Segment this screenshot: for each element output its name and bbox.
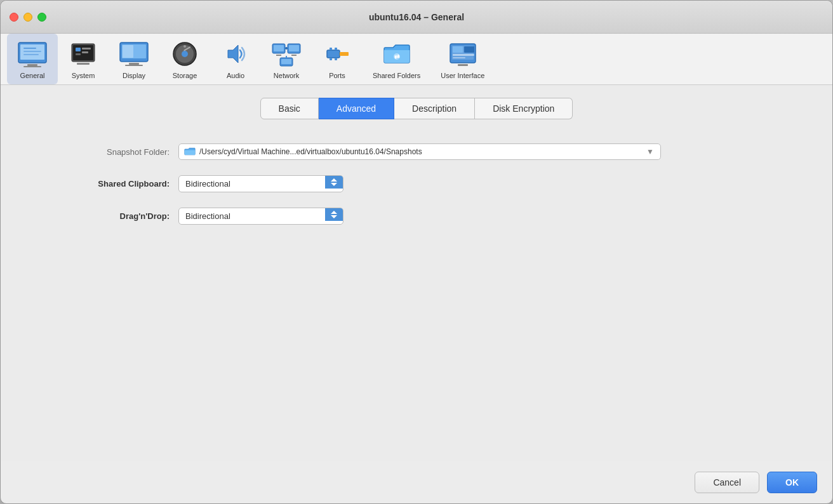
toolbar-label-general: General <box>20 72 44 79</box>
svg-rect-49 <box>453 57 465 58</box>
toolbar: General System <box>1 34 832 85</box>
arrow-up-icon <box>331 178 337 182</box>
toolbar-label-user-interface: User Interface <box>441 72 484 79</box>
ports-icon <box>322 39 352 69</box>
tab-advanced[interactable]: Advanced <box>319 98 394 119</box>
storage-icon <box>170 39 200 69</box>
shared-folders-icon: ⇄ <box>382 39 412 69</box>
snapshot-folder-row: Snapshot Folder: /Users/cyd/Virtual Mach… <box>39 143 794 160</box>
toolbar-label-system: System <box>72 72 95 79</box>
svg-rect-50 <box>464 46 474 53</box>
svg-rect-38 <box>340 52 349 56</box>
svg-rect-31 <box>291 55 297 56</box>
svg-rect-18 <box>125 65 143 66</box>
svg-rect-47 <box>453 46 463 53</box>
shared-clipboard-label: Shared Clipboard: <box>39 179 178 189</box>
main-window: ubuntu16.04 – General General <box>0 0 833 504</box>
svg-rect-13 <box>76 53 81 55</box>
ok-button[interactable]: OK <box>767 472 817 493</box>
arrow-down-icon-2 <box>331 215 337 218</box>
svg-rect-11 <box>82 48 91 50</box>
user-interface-icon <box>448 39 478 69</box>
svg-point-22 <box>182 51 188 57</box>
toolbar-item-system[interactable]: System <box>58 34 109 84</box>
arrow-down-icon <box>331 183 337 186</box>
toolbar-item-network[interactable]: Network <box>261 34 312 84</box>
svg-rect-14 <box>77 63 90 65</box>
network-icon <box>271 39 302 69</box>
toolbar-item-storage[interactable]: Storage <box>159 34 210 84</box>
svg-rect-12 <box>82 51 88 53</box>
snapshot-folder-value: /Users/cyd/Virtual Machine...ed/virtualb… <box>199 147 641 156</box>
svg-point-33 <box>285 47 288 50</box>
svg-point-23 <box>183 45 186 48</box>
svg-rect-51 <box>458 64 468 66</box>
toolbar-item-general[interactable]: General <box>7 34 58 84</box>
folder-chevron-icon[interactable]: ▼ <box>645 147 655 157</box>
svg-rect-37 <box>327 50 340 58</box>
svg-rect-39 <box>330 48 332 50</box>
tab-disk-encryption[interactable]: Disk Encryption <box>475 98 573 119</box>
svg-rect-27 <box>274 45 284 51</box>
content-area: Basic Advanced Description Disk Encrypti… <box>1 85 832 461</box>
toolbar-item-user-interface[interactable]: User Interface <box>430 34 495 84</box>
svg-rect-7 <box>23 54 39 55</box>
svg-rect-3 <box>27 64 37 66</box>
toolbar-item-ports[interactable]: Ports <box>312 34 363 84</box>
svg-marker-25 <box>228 45 238 63</box>
footer: Cancel OK <box>1 461 832 503</box>
tab-description[interactable]: Description <box>394 98 475 119</box>
svg-rect-41 <box>330 58 332 60</box>
svg-rect-28 <box>276 55 281 56</box>
svg-rect-30 <box>289 45 299 51</box>
maximize-button[interactable] <box>37 13 46 22</box>
svg-rect-4 <box>23 66 41 67</box>
minimize-button[interactable] <box>23 13 32 22</box>
svg-rect-17 <box>129 63 139 65</box>
toolbar-item-shared-folders[interactable]: ⇄ Shared Folders <box>363 34 430 84</box>
display-icon <box>119 39 149 69</box>
close-button[interactable] <box>10 13 18 22</box>
svg-rect-35 <box>281 59 291 64</box>
toolbar-label-audio: Audio <box>227 72 244 79</box>
dragndrop-arrows[interactable] <box>325 208 343 221</box>
tab-bar: Basic Advanced Description Disk Encrypti… <box>13 98 820 119</box>
svg-rect-5 <box>23 48 36 49</box>
shared-clipboard-select[interactable]: Bidirectional <box>178 175 343 192</box>
window-title: ubuntu16.04 – General <box>369 12 464 22</box>
svg-rect-42 <box>335 58 337 60</box>
arrow-up-icon-2 <box>331 211 337 214</box>
toolbar-item-audio[interactable]: Audio <box>210 34 261 84</box>
snapshot-folder-input[interactable]: /Users/cyd/Virtual Machine...ed/virtualb… <box>178 143 661 160</box>
traffic-lights <box>10 13 46 22</box>
svg-rect-10 <box>76 48 81 51</box>
dragndrop-label: Drag'n'Drop: <box>39 211 178 221</box>
tab-basic[interactable]: Basic <box>260 98 319 119</box>
svg-rect-6 <box>23 51 41 52</box>
shared-clipboard-arrows[interactable] <box>325 176 343 189</box>
audio-icon <box>220 39 251 69</box>
snapshot-folder-label: Snapshot Folder: <box>39 147 178 157</box>
form-area: Snapshot Folder: /Users/cyd/Virtual Mach… <box>13 143 820 225</box>
system-icon <box>68 39 98 69</box>
dragndrop-value: Bidirectional <box>179 208 325 224</box>
toolbar-label-display: Display <box>123 72 145 79</box>
dragndrop-row: Drag'n'Drop: Bidirectional <box>39 208 794 225</box>
toolbar-item-display[interactable]: Display <box>109 34 159 84</box>
toolbar-label-network: Network <box>274 72 299 79</box>
svg-rect-40 <box>335 48 337 50</box>
folder-icon <box>184 147 196 156</box>
shared-clipboard-row: Shared Clipboard: Bidirectional <box>39 175 794 192</box>
svg-text:⇄: ⇄ <box>394 53 400 60</box>
toolbar-label-shared-folders: Shared Folders <box>373 72 420 79</box>
general-icon <box>17 39 48 69</box>
toolbar-label-storage: Storage <box>173 72 197 79</box>
shared-clipboard-value: Bidirectional <box>179 176 325 192</box>
dragndrop-select[interactable]: Bidirectional <box>178 208 343 225</box>
svg-rect-48 <box>453 54 474 56</box>
toolbar-label-ports: Ports <box>329 72 345 79</box>
cancel-button[interactable]: Cancel <box>695 472 759 493</box>
titlebar: ubuntu16.04 – General <box>1 1 832 34</box>
svg-rect-19 <box>123 45 133 58</box>
